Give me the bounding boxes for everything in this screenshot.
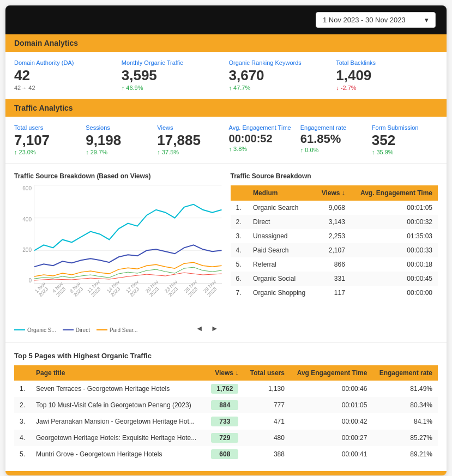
source-col-avg-time: Avg. Engagement Time	[351, 185, 438, 201]
bottom-bar	[5, 471, 447, 475]
source-row-medium: Organic Search	[248, 201, 314, 215]
pages-row-avg-time: 00:00:41	[290, 446, 372, 462]
top-pages-section: Top 5 Pages with Highest Organic Traffic…	[5, 343, 447, 471]
main-container: 1 Nov 2023 - 30 Nov 2023 ▾ Domain Analyt…	[5, 5, 447, 475]
source-row-medium: Organic Social	[248, 272, 314, 286]
pages-row-avg-time: 00:00:42	[290, 413, 372, 430]
source-table-row: 3. Unassigned 2,253 01:35:03	[231, 229, 438, 243]
source-row-medium: Paid Search	[248, 243, 314, 257]
pages-row-title: Top 10 Must-Visit Cafe in Georgetown Pen…	[31, 397, 205, 413]
source-row-views: 866	[314, 257, 351, 272]
source-row-num: 2.	[231, 215, 248, 229]
metric-da-value: 42	[14, 68, 116, 83]
top-pages-title: Top 5 Pages with Highest Organic Traffic	[14, 352, 438, 360]
legend-organic-line	[14, 329, 25, 330]
y-label-600: 600	[15, 185, 32, 191]
source-table-row: 1. Organic Search 9,068 00:01:05	[231, 201, 438, 215]
pages-row-num: 3.	[14, 413, 31, 430]
legend-paid-line	[97, 329, 107, 330]
chart-prev-button[interactable]: ◄	[192, 323, 207, 334]
chart-next-button[interactable]: ►	[208, 323, 222, 334]
metric-avg-engagement: Avg. Engagement Time 00:00:52 ↑ 3.8%	[229, 124, 295, 156]
metric-organic-traffic-label: Monthly Organic Traffic	[122, 59, 224, 66]
line-chart-title: Traffic Source Breakdown (Based on Views…	[14, 172, 222, 180]
legend-organic-label: Organic S...	[27, 327, 56, 333]
metric-views-value: 17,885	[157, 132, 223, 148]
metric-views-label: Views	[157, 124, 223, 131]
metric-views-change: ↑ 37.5%	[157, 149, 223, 155]
source-row-avg-time: 01:35:03	[351, 229, 438, 243]
source-row-views: 9,068	[314, 201, 351, 215]
source-row-views: 2,253	[314, 229, 351, 243]
pages-row-title: Georgetown Heritage Hotels: Exquisite He…	[31, 430, 205, 446]
metric-total-users-change: ↑ 23.0%	[14, 149, 80, 155]
source-row-views: 3,143	[314, 215, 351, 229]
source-col-views[interactable]: Views ↓	[314, 185, 351, 201]
legend-direct-line	[63, 329, 74, 330]
source-col-medium: Medium	[248, 185, 314, 201]
source-table-row: 5. Referral 866 00:00:18	[231, 257, 438, 272]
metric-ranking-keywords-change: ↑ 47.7%	[229, 85, 331, 91]
pages-row-views: 884	[205, 397, 244, 413]
source-row-views: 117	[314, 286, 351, 300]
metric-form-submission-change: ↑ 35.9%	[372, 149, 438, 155]
source-row-medium: Direct	[248, 215, 314, 229]
source-row-views: 331	[314, 272, 351, 286]
metric-backlinks-label: Total Backlinks	[336, 59, 438, 66]
pages-col-users: Total users	[244, 365, 290, 381]
pages-row-avg-time: 00:01:05	[290, 397, 372, 413]
metric-backlinks: Total Backlinks 1,409 ↓ -2.7%	[336, 59, 438, 91]
source-table-row: 4. Paid Search 2,107 00:00:33	[231, 243, 438, 257]
legend-direct-label: Direct	[76, 327, 90, 333]
pages-row-rate: 85.27%	[372, 430, 438, 446]
pages-table-row: 5. Muntri Grove - Georgetown Heritage Ho…	[14, 446, 438, 462]
domain-analytics-header: Domain Analytics	[5, 34, 447, 52]
pages-col-views[interactable]: Views ↓	[205, 365, 244, 381]
pages-row-rate: 80.34%	[372, 397, 438, 413]
metric-backlinks-value: 1,409	[336, 68, 438, 83]
pages-table-header-row: Page title Views ↓ Total users Avg Engag…	[14, 365, 438, 381]
pages-row-num: 5.	[14, 446, 31, 462]
metric-form-submission: Form Submission 352 ↑ 35.9%	[372, 124, 438, 156]
pages-row-views: 1,762	[205, 381, 244, 397]
pages-table-row: 4. Georgetown Heritage Hotels: Exquisite…	[14, 430, 438, 446]
pages-row-avg-time: 00:00:27	[290, 430, 372, 446]
pages-row-rate: 84.1%	[372, 413, 438, 430]
metric-backlinks-change: ↓ -2.7%	[336, 85, 438, 91]
metric-form-submission-label: Form Submission	[372, 124, 438, 131]
top-pages-table: Page title Views ↓ Total users Avg Engag…	[14, 365, 438, 462]
source-table-row: 6. Organic Social 331 00:00:45	[231, 272, 438, 286]
pages-row-users: 480	[244, 430, 290, 446]
pages-row-title: Seven Terraces - Georgetown Heritage Hot…	[31, 381, 205, 397]
pages-row-avg-time: 00:00:46	[290, 381, 372, 397]
metric-total-users-label: Total users	[14, 124, 80, 131]
pages-row-num: 1.	[14, 381, 31, 397]
source-row-num: 1.	[231, 201, 248, 215]
metric-organic-traffic-change: ↑ 46.9%	[122, 85, 224, 91]
source-table-row: 7. Organic Shopping 117 00:00:00	[231, 286, 438, 300]
metric-avg-engagement-change: ↑ 3.8%	[229, 146, 295, 152]
chart-legend: Organic S... Direct Paid Sear...	[14, 327, 138, 333]
metric-ranking-keywords-value: 3,670	[229, 68, 331, 83]
pages-table-row: 1. Seven Terraces - Georgetown Heritage …	[14, 381, 438, 397]
legend-paid-label: Paid Sear...	[110, 327, 138, 333]
source-row-num: 6.	[231, 272, 248, 286]
traffic-source-table: Medium Views ↓ Avg. Engagement Time 1. O…	[231, 185, 438, 300]
source-row-num: 5.	[231, 257, 248, 272]
metric-avg-engagement-value: 00:00:52	[229, 132, 295, 144]
metric-da-label: Domain Authority (DA)	[14, 59, 116, 66]
source-row-medium: Referral	[248, 257, 314, 272]
line-chart-panel: Traffic Source Breakdown (Based on Views…	[14, 172, 222, 334]
source-row-avg-time: 00:00:45	[351, 272, 438, 286]
pages-row-users: 471	[244, 413, 290, 430]
pages-row-users: 388	[244, 446, 290, 462]
legend-direct: Direct	[63, 327, 90, 333]
source-table-header-row: Medium Views ↓ Avg. Engagement Time	[231, 185, 438, 201]
traffic-source-table-panel: Traffic Source Breakdown Medium Views ↓ …	[231, 172, 438, 334]
source-col-num	[231, 185, 248, 201]
metric-sessions-label: Sessions	[86, 124, 152, 131]
metric-organic-traffic: Monthly Organic Traffic 3,595 ↑ 46.9%	[122, 59, 224, 91]
pages-row-users: 777	[244, 397, 290, 413]
date-picker[interactable]: 1 Nov 2023 - 30 Nov 2023 ▾	[316, 12, 436, 28]
pages-row-num: 4.	[14, 430, 31, 446]
